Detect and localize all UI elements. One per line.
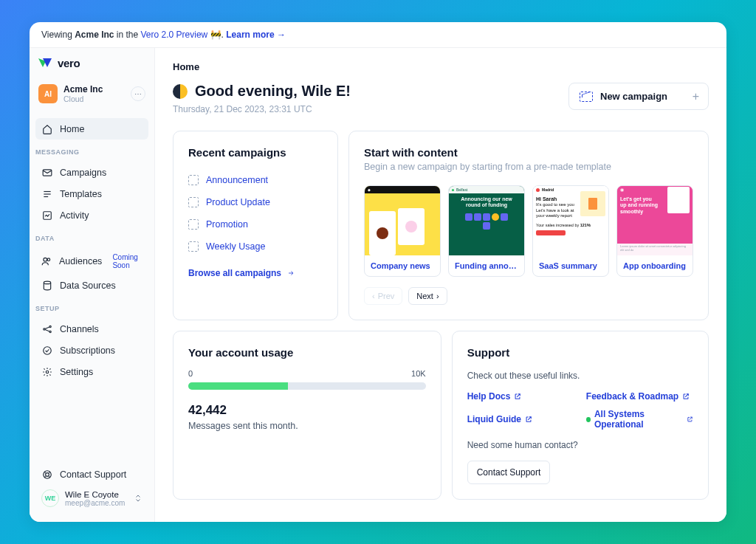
- card-title: Support: [467, 346, 693, 359]
- mail-icon: [41, 167, 52, 178]
- database-icon: [41, 280, 52, 291]
- svg-point-5: [44, 258, 47, 261]
- usage-max: 10K: [411, 369, 426, 378]
- user-email: meep@acme.com: [65, 499, 128, 507]
- draft-icon: [188, 219, 199, 230]
- support-human-text: Need some human contact?: [467, 440, 693, 450]
- card-title: Recent campaigns: [188, 146, 323, 159]
- nav-label: Data Sources: [60, 280, 116, 291]
- template-funding-announcement[interactable]: Belfast Announcing our newround of fundi…: [448, 185, 525, 277]
- nav-label: Subscriptions: [60, 345, 115, 356]
- app-frame: Viewing Acme Inc in the Vero 2.0 Preview…: [30, 22, 726, 522]
- banner-text: Viewing: [41, 30, 75, 40]
- nav-contact-support[interactable]: Contact Support: [35, 464, 148, 485]
- account-switcher[interactable]: AI Acme Inc Cloud ⋯: [38, 83, 145, 111]
- btn-label: Prev: [378, 292, 395, 300]
- draft-icon: [188, 197, 199, 207]
- template-thumbnail: Belfast Announcing our newround of fundi…: [449, 186, 524, 255]
- svg-point-7: [44, 281, 50, 284]
- link-label: All Systems Operational: [594, 409, 683, 430]
- contact-support-button[interactable]: Contact Support: [467, 461, 551, 484]
- nav-heading-data: DATA: [30, 229, 154, 245]
- svg-point-8: [43, 328, 44, 329]
- nav-audiences[interactable]: Audiences Coming Soon: [35, 248, 148, 275]
- usage-bar: [188, 382, 426, 390]
- account-avatar: AI: [38, 84, 58, 103]
- sidebar: vero AI Acme Inc Cloud ⋯ Home MESSAGING: [30, 48, 155, 522]
- chevron-right-icon: ›: [436, 292, 439, 300]
- template-saas-summary[interactable]: Madrid Hi SarahIt's good to see youLet's…: [532, 185, 609, 277]
- new-campaign-icon: [580, 92, 593, 102]
- nav-label: Campaigns: [60, 168, 106, 178]
- users-icon: [41, 256, 52, 267]
- recent-campaigns-card: Recent campaigns Announcement Product Up…: [173, 131, 338, 320]
- check-circle-icon: [41, 345, 52, 356]
- recent-label: Announcement: [206, 175, 268, 185]
- svg-point-6: [47, 258, 50, 261]
- template-app-onboarding[interactable]: ◉ Let's get youup and runningsmoothly Lo…: [616, 185, 693, 277]
- system-status-link[interactable]: All Systems Operational: [586, 409, 693, 430]
- timestamp: Thursday, 21 Dec 2023, 23:31 UTC: [173, 104, 351, 114]
- usage-desc: Messages sent this month.: [188, 421, 426, 431]
- banner-preview-link[interactable]: Vero 2.0 Preview 🚧: [141, 30, 221, 40]
- liquid-guide-link[interactable]: Liquid Guide: [467, 409, 574, 430]
- recent-campaign-item[interactable]: Promotion: [188, 213, 323, 235]
- new-campaign-label: New campaign: [600, 91, 667, 102]
- template-label: SaaS summary: [533, 255, 608, 276]
- usage-bar-fill: [188, 382, 288, 390]
- recent-campaign-item[interactable]: Product Update: [188, 191, 323, 213]
- status-dot-icon: [586, 417, 591, 422]
- nav-label: Channels: [60, 324, 99, 334]
- coming-soon-badge: Coming Soon: [112, 253, 142, 269]
- btn-label: Next: [416, 292, 433, 300]
- draft-icon: [188, 175, 199, 185]
- new-campaign-button[interactable]: New campaign +: [568, 83, 709, 110]
- home-icon: [41, 123, 52, 134]
- brand-name: vero: [58, 57, 80, 69]
- nav-data-sources[interactable]: Data Sources: [35, 275, 148, 296]
- link-label: Feedback & Roadmap: [586, 391, 678, 402]
- nav-templates[interactable]: Templates: [35, 183, 148, 204]
- account-menu-button[interactable]: ⋯: [131, 86, 145, 101]
- support-intro: Check out these useful links.: [467, 371, 693, 381]
- external-icon: [514, 393, 521, 400]
- pager-next-button[interactable]: Next›: [408, 287, 447, 305]
- feedback-link[interactable]: Feedback & Roadmap: [586, 391, 693, 402]
- nav-heading-setup: SETUP: [30, 299, 154, 315]
- external-icon: [525, 416, 532, 423]
- nav-campaigns[interactable]: Campaigns: [35, 162, 148, 183]
- template-label: Funding announ...: [449, 255, 524, 276]
- nav-heading-messaging: MESSAGING: [30, 142, 154, 159]
- help-docs-link[interactable]: Help Docs: [467, 391, 574, 402]
- link-label: Help Docs: [467, 391, 511, 402]
- browse-all-campaigns-link[interactable]: Browse all campaigns: [188, 268, 323, 278]
- link-label: Browse all campaigns: [188, 268, 281, 278]
- template-company-news[interactable]: ◆ Company news: [364, 185, 441, 277]
- nav-home[interactable]: Home: [35, 118, 148, 140]
- usage-card: Your account usage 0 10K 42,442 Messages…: [173, 331, 441, 500]
- usage-min: 0: [188, 369, 193, 378]
- nav-label: Templates: [60, 189, 102, 199]
- nav-channels[interactable]: Channels: [35, 318, 148, 340]
- banner-account: Acme Inc: [75, 30, 114, 40]
- pager-prev-button[interactable]: ‹Prev: [364, 287, 402, 305]
- nav-subscriptions[interactable]: Subscriptions: [35, 340, 148, 361]
- logo-icon: [38, 58, 53, 69]
- chevron-left-icon: ‹: [372, 292, 375, 300]
- banner-learn-more-link[interactable]: Learn more →: [226, 30, 286, 40]
- gear-icon: [41, 366, 52, 377]
- recent-campaign-item[interactable]: Announcement: [188, 169, 323, 191]
- svg-point-10: [49, 331, 50, 332]
- account-name: Acme Inc: [63, 84, 125, 94]
- greeting: Good evening, Wile E!: [195, 83, 351, 100]
- main-content: Home Good evening, Wile E! Thursday, 21 …: [155, 48, 726, 522]
- svg-point-11: [43, 346, 51, 354]
- recent-campaign-item[interactable]: Weekly Usage: [188, 235, 323, 258]
- user-menu[interactable]: WE Wile E Coyote meep@acme.com: [35, 485, 148, 512]
- external-icon: [687, 416, 693, 423]
- account-plan: Cloud: [63, 94, 125, 103]
- nav-activity[interactable]: Activity: [35, 204, 148, 226]
- nav-settings[interactable]: Settings: [35, 361, 148, 382]
- recent-label: Product Update: [206, 197, 270, 207]
- svg-point-9: [49, 326, 50, 327]
